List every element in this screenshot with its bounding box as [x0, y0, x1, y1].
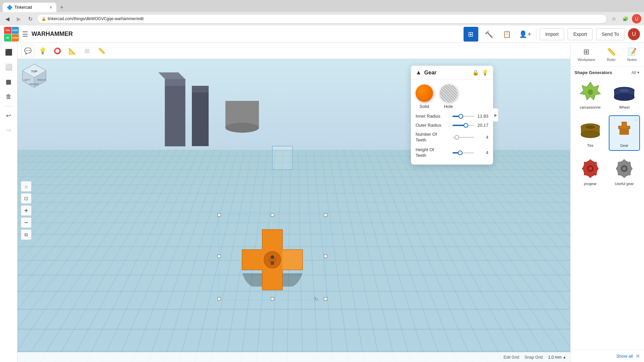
shape-item-wheel[interactable]: Wheel [609, 77, 640, 113]
wheel-label: Wheel [619, 105, 630, 109]
close-panel-button[interactable]: ✕ [636, 353, 640, 359]
shape-item-gear[interactable]: Gear ☆ [609, 115, 640, 151]
canvas-area[interactable]: TOP LEFT RIGHT FRONT ⌂ ⊡ + − ⧉ [17, 59, 570, 362]
import-button[interactable]: Import [540, 28, 565, 40]
bookmark-button[interactable]: ☆ [609, 14, 619, 23]
inner-radius-label: Inner Radius [416, 114, 452, 119]
svg-point-36 [619, 89, 629, 92]
mirror-btn[interactable]: ⊞ [80, 45, 93, 57]
svg-rect-11 [192, 86, 209, 146]
fit-view-button[interactable]: ⊡ [21, 193, 32, 204]
3d-structures [125, 66, 319, 193]
panel-collapse-btn[interactable]: ▲ [416, 69, 422, 76]
refresh-button[interactable]: ↻ [25, 14, 35, 23]
snap-grid-label[interactable]: Snap Grid [525, 355, 543, 360]
zoom-in-button[interactable]: + [21, 205, 32, 216]
svg-rect-42 [620, 129, 629, 135]
clip-btn[interactable]: 📐 [66, 45, 78, 57]
carcassonne-label: carcassonne [580, 105, 601, 109]
right-panel: ⊞ Workplane 📏 Ruler 📝 Notes Shape Genera… [570, 43, 644, 362]
view-mode-btn[interactable]: 💬 [21, 45, 34, 57]
address-bar[interactable]: 🔒 tinkercad.com/things/dtkWOGVCgqe-warha… [37, 14, 607, 23]
new-tab-btn[interactable]: + [58, 3, 66, 11]
workplane-button[interactable]: ⊞ Workplane [574, 46, 598, 64]
shape-item-progear[interactable]: progear [575, 154, 606, 189]
shapes-section-title: Shape Generators [575, 70, 612, 75]
svg-rect-17 [272, 146, 292, 150]
height-teeth-slider[interactable] [452, 152, 474, 154]
user-profile-avatar[interactable]: U [628, 28, 640, 40]
svg-rect-21 [324, 214, 327, 217]
nav-cube[interactable]: TOP LEFT RIGHT FRONT [21, 62, 48, 89]
num-teeth-slider[interactable] [452, 137, 474, 138]
app-logo[interactable]: TIN KER 3D CAD [4, 27, 19, 42]
shape-properties-panel: ▲ Gear 🔒 💡 Solid Hole [411, 66, 493, 165]
panel-expand-btn[interactable]: ▶ [493, 108, 498, 122]
active-tab[interactable]: 🔷 Tinkercad ✕ [3, 3, 56, 12]
menu-icon[interactable]: ☰ [22, 30, 28, 38]
app-topbar: TIN KER 3D CAD ☰ WARHAMMER ⊞ 🔨 📋 👤+ Impo… [0, 25, 644, 43]
height-teeth-value: 4 [474, 150, 488, 155]
outer-radius-slider[interactable] [452, 125, 474, 126]
ungroup-button[interactable]: ⬜ [2, 60, 15, 74]
gear-label: Gear [620, 143, 628, 147]
outer-radius-value: 20.17 [474, 123, 488, 128]
edit-grid-label[interactable]: Edit Grid [503, 355, 519, 360]
svg-text:LEFT: LEFT [23, 78, 30, 81]
tire-label: Tire [587, 143, 593, 147]
progear-label: progear [584, 182, 597, 186]
svg-marker-10 [158, 72, 185, 79]
svg-rect-9 [165, 79, 185, 86]
align-button[interactable]: ▦ [2, 75, 15, 88]
hammer-button[interactable]: 🔨 [482, 27, 496, 42]
user-avatar[interactable]: U [632, 14, 641, 23]
notes-button[interactable]: 📝 Notes [624, 46, 640, 64]
svg-point-35 [614, 94, 634, 101]
svg-rect-22 [218, 297, 221, 300]
layers-button[interactable]: 📋 [500, 27, 515, 42]
shape-item-carcassonne[interactable]: carcassonne [575, 77, 606, 113]
svg-rect-12 [192, 86, 209, 93]
group-button[interactable]: ⬛ [2, 46, 15, 59]
zoom-out-button[interactable]: − [21, 217, 32, 228]
canvas-status-bar: Edit Grid Snap Grid 1.0 mm ▲ [17, 352, 570, 362]
forward-button[interactable]: ▶ [14, 14, 23, 23]
panel-lock-icon[interactable]: 🔒 [472, 69, 479, 76]
send-to-button[interactable]: Send To [596, 28, 625, 40]
browser-toolbar: ◀ ▶ ↻ 🔒 tinkercad.com/things/dtkWOGVCgqe… [0, 12, 644, 25]
hole-option[interactable]: Hole [440, 84, 457, 109]
panel-light-icon[interactable]: 💡 [482, 69, 488, 76]
inner-radius-slider[interactable] [452, 116, 474, 117]
extensions-button[interactable]: 🧩 [621, 14, 630, 23]
delete-button[interactable]: 🗑 [2, 90, 15, 103]
tab-close-icon[interactable]: ✕ [49, 5, 52, 10]
redo-button[interactable]: ↪ [2, 124, 15, 137]
measure-btn[interactable]: 📏 [95, 45, 108, 57]
ruler-button[interactable]: 📏 Ruler [603, 46, 619, 64]
solid-option[interactable]: Solid [416, 84, 433, 109]
layers-view-button[interactable]: ⧉ [21, 229, 32, 240]
canvas-controls: ⌂ ⊡ + − ⧉ [21, 181, 32, 240]
shape-btn[interactable]: ⭕ [51, 45, 64, 57]
add-user-button[interactable]: 👤+ [518, 27, 533, 42]
svg-text:RIGHT: RIGHT [38, 78, 46, 81]
panel-title: Gear [424, 70, 470, 76]
home-view-button[interactable]: ⌂ [21, 181, 32, 192]
shape-item-tire[interactable]: Tire [575, 115, 606, 151]
export-button[interactable]: Export [568, 28, 592, 40]
svg-point-15 [225, 123, 259, 133]
height-teeth-label: Height OfTeeth [416, 147, 452, 159]
num-teeth-label: Number OfTeeth [416, 132, 452, 143]
light-btn[interactable]: 💡 [36, 45, 49, 57]
ruler-label: Ruler [607, 58, 615, 62]
show-all-button[interactable]: Show all [616, 354, 633, 359]
undo-button[interactable]: ↩ [2, 109, 15, 122]
svg-rect-23 [324, 297, 327, 300]
svg-point-32 [588, 89, 593, 95]
shapes-dropdown[interactable]: All ▼ [632, 70, 640, 75]
tab-title: Tinkercad [14, 5, 32, 10]
main-gear-object[interactable]: ↻ [212, 208, 333, 308]
shape-item-useful-gear[interactable]: Useful gear [609, 154, 640, 189]
back-button[interactable]: ◀ [3, 14, 12, 23]
grid-view-button[interactable]: ⊞ [464, 27, 478, 42]
